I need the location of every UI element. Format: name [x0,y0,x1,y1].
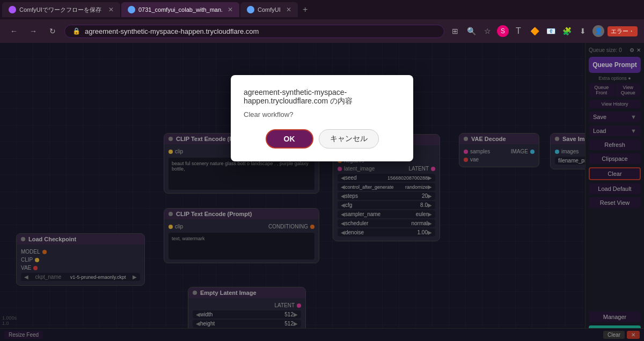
back-button[interactable]: ← [6,24,21,39]
translate-icon[interactable]: ⊞ [449,25,462,38]
tab-3-label: ComfyUI [258,6,281,13]
nav-bar: ← → ↻ 🔒 agreement-synthetic-myspace-happ… [0,19,644,43]
extension-icon-2[interactable]: 🔶 [528,25,541,38]
modal-overlay: agreement-synthetic-myspace-happen.trycl… [0,43,644,341]
modal-dialog: agreement-synthetic-myspace-happen.trycl… [231,75,413,161]
profile-icon[interactable]: S [497,25,509,37]
modal-buttons: OK キャンセル [244,129,400,149]
lock-icon: 🔒 [72,27,80,35]
extensions-button[interactable]: 🧩 [560,25,573,38]
forward-button[interactable]: → [26,24,41,39]
bookmark-icon[interactable]: ☆ [481,25,494,38]
tab-3[interactable]: ComfyUI ✕ [240,2,298,17]
tab-3-close[interactable]: ✕ [286,6,291,13]
account-icon[interactable]: 👤 [592,25,604,37]
reload-button[interactable]: ↻ [45,24,60,39]
tab-1[interactable]: ComfyUIでワークフローを保存・読... ✕ [2,2,120,17]
search-icon[interactable]: 🔍 [465,25,478,38]
error-badge[interactable]: エラー・ [608,26,638,36]
tab-2[interactable]: 0731_comfyui_colab_with_man... ✕ [121,2,239,17]
modal-ok-button[interactable]: OK [266,129,313,149]
modal-cancel-button[interactable]: キャンセル [319,129,379,149]
tab-1-icon [9,6,16,13]
modal-title: agreement-synthetic-myspace-happen.trycl… [244,88,400,106]
download-icon[interactable]: ⬇ [576,25,589,38]
new-tab-button[interactable]: + [299,3,312,16]
tab-2-icon [128,6,135,13]
browser-actions: ⊞ 🔍 ☆ S T 🔶 📧 🧩 ⬇ 👤 エラー・ [449,25,638,38]
modal-message: Clear workflow? [244,110,400,118]
extension-icon-3[interactable]: 📧 [544,25,557,38]
tab-2-close[interactable]: ✕ [228,6,233,13]
extension-icon-1[interactable]: T [512,25,525,38]
address-text: agreement-synthetic-myspace-happen.trycl… [85,27,436,35]
tab-3-icon [247,6,254,13]
tab-bar: ComfyUIでワークフローを保存・読... ✕ 0731_comfyui_co… [0,0,644,19]
tab-1-label: ComfyUIでワークフローを保存・読... [19,6,103,14]
tab-1-close[interactable]: ✕ [108,6,114,13]
browser-chrome: ComfyUIでワークフローを保存・読... ✕ 0731_comfyui_co… [0,0,644,43]
tab-2-label: 0731_comfyui_colab_with_man... [138,6,222,13]
comfyui-canvas: Load Checkpoint MODEL CLIP VAE ◀ ckpt_na… [0,43,644,341]
address-bar[interactable]: 🔒 agreement-synthetic-myspace-happen.try… [64,25,444,38]
